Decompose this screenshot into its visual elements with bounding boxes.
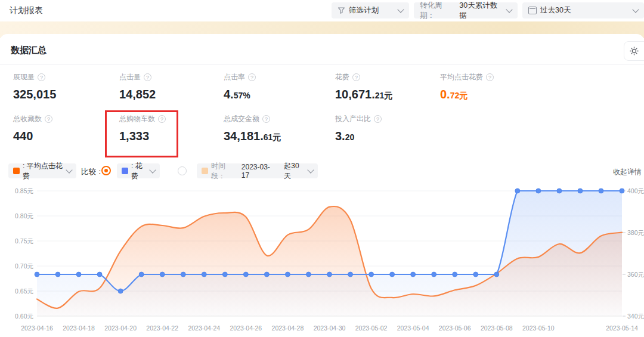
- spend-data-point[interactable]: [515, 188, 520, 193]
- spend-data-point[interactable]: [202, 272, 206, 277]
- spend-data-point[interactable]: [473, 272, 478, 277]
- metric-gmv: 总成交金额? 34,181.61元: [224, 114, 281, 143]
- right-axis-label: 340元: [627, 313, 644, 320]
- right-axis-label: 400元: [627, 187, 644, 194]
- spend-data-point[interactable]: [55, 272, 60, 277]
- spend-data-point[interactable]: [243, 272, 248, 277]
- spend-data-point[interactable]: [97, 272, 102, 277]
- period-radio-unselected[interactable]: [178, 166, 187, 175]
- spend-data-point[interactable]: [348, 272, 353, 277]
- metric-carts: 总购物车数? 1,333: [119, 114, 166, 143]
- period-prefix-label: 时间段：: [211, 161, 239, 181]
- x-axis-label: 2023-05-14: [606, 324, 638, 332]
- help-icon[interactable]: ?: [45, 115, 52, 123]
- metric-value: 14,852: [119, 88, 156, 101]
- time-period-dropdown[interactable]: 时间段： 2023-03-17 起30天: [197, 163, 318, 178]
- spend-data-point[interactable]: [264, 272, 269, 277]
- spend-data-point[interactable]: [578, 188, 583, 193]
- metric-label: 点击量: [119, 72, 141, 82]
- metric-value: 3.: [335, 129, 345, 143]
- spend-data-point[interactable]: [306, 272, 311, 277]
- page-title: 计划报表: [10, 5, 43, 16]
- help-icon[interactable]: ?: [158, 115, 166, 123]
- spend-data-point[interactable]: [181, 272, 185, 277]
- left-axis-label: 0.75元: [15, 237, 33, 245]
- conversion-cycle-dropdown[interactable]: 转化周期： 30天累计数据: [414, 2, 518, 18]
- metric-label: 点击率: [224, 72, 245, 82]
- filter-plan-label: 筛选计划: [349, 5, 379, 16]
- spend-data-point[interactable]: [453, 272, 457, 277]
- spend-data-point[interactable]: [494, 272, 499, 277]
- chevron-down-icon: [66, 166, 72, 173]
- metric-value: 4.: [224, 88, 234, 101]
- x-axis-label: 2023-05-10: [522, 324, 555, 332]
- spend-data-point[interactable]: [390, 272, 395, 277]
- compare-radio-selected[interactable]: [101, 166, 111, 175]
- spend-data-point[interactable]: [35, 272, 39, 277]
- metric-select-label: : 平均点击花费: [23, 161, 64, 181]
- x-axis-label: 2023-04-26: [230, 324, 262, 332]
- metric-value: 10,671.: [335, 88, 375, 101]
- metric-spend: 花费? 10,671.21元: [335, 72, 392, 101]
- metric-avg-click-cost: 平均点击花费? 0.72元: [440, 72, 494, 101]
- metric-label: 总收藏数: [13, 114, 42, 124]
- metric-label: 花费: [335, 72, 349, 82]
- period-date-value: 2023-03-17: [242, 163, 277, 180]
- right-axis-label: 380元: [627, 229, 644, 236]
- spend-data-point[interactable]: [327, 272, 332, 277]
- spend-swatch-icon: [122, 168, 128, 174]
- data-summary-card: 数据汇总 展现量? 325,015 点击量? 14,852 点击率? 4.57%…: [0, 34, 644, 337]
- trend-chart[interactable]: 0.85元0.80元0.75元0.70元0.65元0.60元400元380元36…: [0, 182, 644, 337]
- spend-data-point[interactable]: [160, 272, 165, 277]
- x-axis-label: 2023-04-24: [188, 324, 220, 332]
- left-axis-label: 0.85元: [15, 187, 33, 194]
- chevron-down-icon: [307, 166, 314, 173]
- x-axis-label: 2023-04-22: [146, 324, 178, 332]
- x-axis-label: 2023-04-18: [63, 324, 95, 332]
- help-icon[interactable]: ?: [352, 73, 360, 81]
- spend-data-point[interactable]: [118, 289, 123, 293]
- spend-data-point[interactable]: [620, 188, 624, 193]
- help-icon[interactable]: ?: [144, 73, 151, 81]
- compare-metric-dropdown[interactable]: : 花费: [117, 163, 160, 178]
- period-range-value: 起30天: [284, 161, 305, 181]
- settings-button[interactable]: [624, 41, 644, 61]
- spend-data-point[interactable]: [536, 188, 541, 193]
- left-axis-label: 0.70元: [15, 262, 33, 270]
- section-heading: 数据汇总: [11, 45, 47, 56]
- metric-label: 总购物车数: [119, 114, 155, 124]
- collapse-details-link[interactable]: 收起详情: [613, 167, 642, 177]
- calendar-icon: [528, 7, 537, 14]
- spend-data-point[interactable]: [285, 272, 290, 277]
- help-icon[interactable]: ?: [486, 73, 494, 81]
- help-icon[interactable]: ?: [38, 73, 45, 81]
- filter-plan-dropdown[interactable]: 筛选计划: [332, 2, 409, 18]
- date-range-dropdown[interactable]: 过去30天: [522, 2, 644, 18]
- spend-data-point[interactable]: [432, 272, 436, 277]
- spend-data-point[interactable]: [411, 272, 416, 277]
- metric-value: 34,181.: [224, 129, 264, 143]
- conversion-cycle-value: 30天累计数据: [459, 1, 503, 21]
- help-icon[interactable]: ?: [248, 73, 256, 81]
- spend-data-point[interactable]: [76, 272, 81, 277]
- metric-label: 投入产出比: [335, 114, 371, 124]
- avg-cost-swatch-icon: [13, 168, 20, 174]
- help-icon[interactable]: ?: [374, 115, 382, 123]
- x-axis-label: 2023-05-06: [439, 324, 471, 332]
- conversion-cycle-label: 转化周期：: [420, 1, 456, 21]
- gear-icon: [629, 46, 639, 56]
- compare-metric-label: : 花费: [131, 161, 147, 181]
- left-axis-label: 0.80元: [15, 212, 33, 219]
- metric-select-dropdown[interactable]: : 平均点击花费: [8, 163, 76, 178]
- help-icon[interactable]: ?: [262, 115, 270, 123]
- spend-data-point[interactable]: [222, 272, 227, 277]
- left-axis-label: 0.65元: [15, 287, 33, 295]
- metric-value: 1,333: [119, 129, 149, 143]
- spend-data-point[interactable]: [139, 272, 144, 277]
- spend-data-point[interactable]: [557, 188, 562, 193]
- chevron-down-icon: [397, 6, 404, 13]
- spend-data-point[interactable]: [369, 272, 374, 277]
- x-axis-label: 2023-05-08: [481, 324, 513, 332]
- spend-data-point[interactable]: [599, 188, 603, 193]
- topbar: 计划报表 筛选计划 转化周期： 30天累计数据 过去30天: [0, 0, 644, 21]
